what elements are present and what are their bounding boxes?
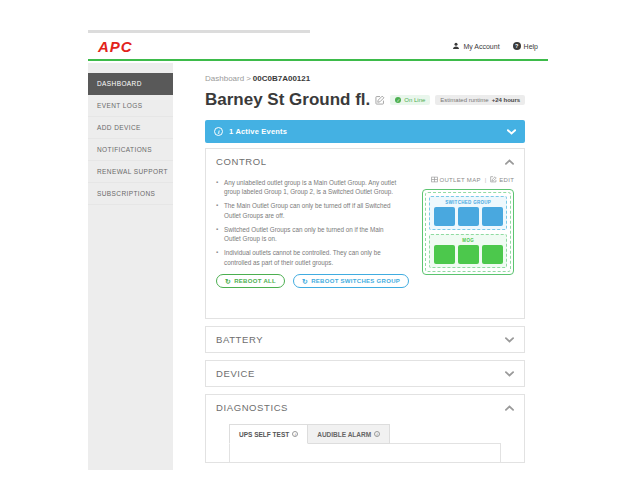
tab-audible-alarm-label: AUDIBLE ALARM [317, 431, 371, 438]
my-account-button[interactable]: My Account [452, 42, 499, 50]
help-label: Help [524, 43, 538, 50]
battery-panel-header[interactable]: BATTERY [206, 327, 524, 352]
app-window: APC My Account ? Help DASHBOARD EVENT LO… [88, 30, 548, 470]
breadcrumb-separator: > [246, 74, 251, 83]
runtime-badge: Estimated runtime +24 hours [435, 95, 525, 105]
sidebar-item-dashboard[interactable]: DASHBOARD [88, 73, 173, 95]
outlet-main-3[interactable] [482, 245, 503, 264]
reboot-all-button[interactable]: ↻ REBOOT ALL [216, 274, 285, 288]
control-panel: CONTROL Any unlabelled outlet group is a… [205, 148, 525, 319]
status-badge: ✓ On Line [390, 95, 430, 105]
runtime-prefix: Estimated runtime [440, 97, 488, 103]
device-panel: DEVICE [205, 360, 525, 387]
diagnostics-tabs: UPS SELF TEST i AUDIBLE ALARM i [229, 424, 514, 444]
runtime-value: +24 hours [492, 97, 521, 103]
outlet-main-2[interactable] [458, 245, 479, 264]
tab-ups-self-test[interactable]: UPS SELF TEST i [229, 424, 308, 444]
sidebar-item-event-logs[interactable]: EVENT LOGS [88, 95, 173, 117]
outlet-map: SWITCHED GROUP MOG [422, 189, 514, 275]
switched-group-label: SWITCHED GROUP [432, 200, 504, 205]
tab-audible-alarm[interactable]: AUDIBLE ALARM i [308, 424, 390, 444]
info-icon[interactable]: i [292, 431, 298, 437]
main-outlet-group: MOG [429, 234, 507, 268]
my-account-label: My Account [463, 43, 499, 50]
diagnostics-panel-header[interactable]: DIAGNOSTICS [206, 395, 524, 420]
link-divider: | [485, 177, 487, 183]
device-panel-title: DEVICE [216, 368, 255, 379]
chevron-down-icon[interactable] [507, 129, 516, 135]
outlet-main-1[interactable] [434, 245, 455, 264]
control-note: Switched Outlet Groups can only be turne… [216, 225, 398, 244]
chevron-down-icon[interactable] [505, 371, 514, 377]
diagnostics-panel-title: DIAGNOSTICS [216, 402, 288, 413]
breadcrumb: Dashboard>00C0B7A00121 [205, 74, 525, 83]
outlet-switched-3[interactable] [482, 207, 503, 226]
person-icon [452, 42, 460, 50]
outlet-switched-1[interactable] [434, 207, 455, 226]
outlet-switched-2[interactable] [458, 207, 479, 226]
help-button[interactable]: ? Help [513, 42, 538, 50]
top-header: APC My Account ? Help [88, 33, 548, 61]
control-panel-title: CONTROL [216, 156, 267, 167]
edit-link-label: EDIT [499, 177, 514, 183]
tab-ups-self-test-label: UPS SELF TEST [239, 431, 289, 438]
page-title: Barney St Ground fl. [205, 90, 370, 110]
main-group-label: MOG [432, 238, 504, 243]
control-note: Any unlabelled outlet group is a Main Ou… [216, 178, 398, 197]
diagnostics-panel: DIAGNOSTICS UPS SELF TEST i AUD [205, 394, 525, 463]
device-panel-header[interactable]: DEVICE [206, 361, 524, 386]
reboot-all-label: REBOOT ALL [234, 278, 276, 284]
status-label: On Line [404, 97, 425, 103]
control-note: The Main Outlet Group can only be turned… [216, 201, 398, 220]
help-icon: ? [513, 42, 521, 50]
info-circle-icon: i [214, 127, 223, 136]
outlet-map-icon [431, 176, 438, 183]
edit-icon [490, 176, 497, 183]
control-panel-header[interactable]: CONTROL [206, 149, 524, 174]
sidebar-item-renewal-support[interactable]: RENEWAL SUPPORT [88, 161, 173, 183]
breadcrumb-parent[interactable]: Dashboard [205, 74, 244, 83]
main-content: Dashboard>00C0B7A00121 Barney St Ground … [173, 63, 548, 470]
refresh-icon: ↻ [225, 278, 231, 285]
battery-panel: BATTERY [205, 326, 525, 353]
info-icon[interactable]: i [374, 431, 380, 437]
sidebar-item-subscriptions[interactable]: SUBSCRIPTIONS [88, 183, 173, 205]
check-circle-icon: ✓ [395, 97, 401, 103]
refresh-icon: ↻ [302, 278, 308, 285]
diagnostics-tab-content [229, 443, 501, 462]
reboot-switches-group-label: REBOOT SWITCHES GROUP [311, 278, 400, 284]
switched-outlet-group: SWITCHED GROUP [429, 196, 507, 230]
edit-outlets-link[interactable]: EDIT [490, 176, 514, 183]
chevron-up-icon[interactable] [505, 405, 514, 411]
reboot-switches-group-button[interactable]: ↻ REBOOT SWITCHES GROUP [293, 274, 409, 288]
sidebar: DASHBOARD EVENT LOGS ADD DEVICE NOTIFICA… [88, 63, 173, 470]
apc-logo: APC [98, 38, 133, 55]
control-notes-list: Any unlabelled outlet group is a Main Ou… [216, 178, 398, 267]
active-events-bar[interactable]: i 1 Active Events [205, 120, 525, 143]
outlet-map-link[interactable]: OUTLET MAP [431, 176, 481, 183]
chevron-down-icon[interactable] [505, 337, 514, 343]
breadcrumb-current: 00C0B7A00121 [253, 74, 310, 83]
sidebar-item-add-device[interactable]: ADD DEVICE [88, 117, 173, 139]
battery-panel-title: BATTERY [216, 334, 263, 345]
edit-device-name-icon[interactable] [375, 95, 385, 105]
chevron-up-icon[interactable] [505, 159, 514, 165]
sidebar-item-notifications[interactable]: NOTIFICATIONS [88, 139, 173, 161]
outlet-map-link-label: OUTLET MAP [440, 177, 481, 183]
active-events-label: 1 Active Events [229, 127, 287, 136]
control-note: Individual outlets cannot be controlled.… [216, 248, 398, 267]
